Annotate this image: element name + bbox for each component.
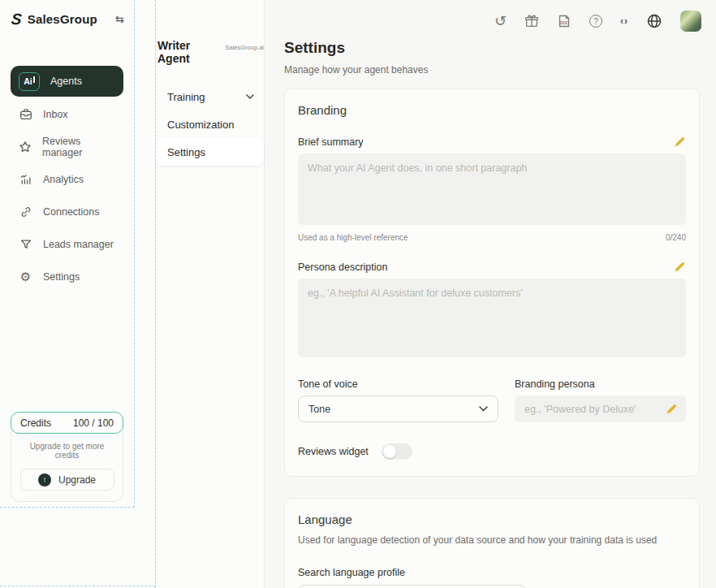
sidebar-header: S SalesGroup ⇆ bbox=[0, 0, 134, 27]
doc-icon[interactable]: DOC bbox=[557, 14, 572, 28]
sidebar-item-reviews-manager[interactable]: Reviews manager bbox=[11, 131, 123, 163]
edit-pencil-icon[interactable] bbox=[674, 261, 686, 273]
sidebar-item-label: Reviews manager bbox=[42, 136, 115, 158]
help-icon[interactable]: ? bbox=[589, 15, 602, 28]
agent-domain: SalesGroup.ai bbox=[225, 44, 264, 51]
ai-agent-icon: Ai bbox=[19, 72, 40, 91]
salesgroup-logo-icon: S bbox=[11, 11, 23, 27]
branding-persona-label: Branding persona bbox=[515, 378, 686, 390]
gear-icon: ⚙ bbox=[19, 270, 32, 284]
edit-pencil-icon[interactable] bbox=[666, 403, 678, 415]
brand-name: SalesGroup bbox=[28, 12, 97, 26]
upgrade-button[interactable]: ↑ Upgrade bbox=[20, 469, 114, 491]
credits-pill: Credits 100 / 100 bbox=[11, 412, 123, 434]
brief-summary-helper: Used as a high-level reference bbox=[298, 233, 408, 242]
user-avatar[interactable] bbox=[680, 11, 701, 32]
inbox-icon bbox=[19, 108, 32, 121]
branding-persona-input[interactable] bbox=[515, 396, 686, 422]
agent-tab-settings[interactable]: Settings bbox=[156, 138, 264, 166]
sidebar-item-label: Settings bbox=[43, 271, 80, 283]
brief-summary-input[interactable] bbox=[298, 153, 686, 225]
topbar: ↺ DOC ? ‹› bbox=[494, 11, 701, 32]
agent-title-row: Writer Agent SalesGroup.ai bbox=[156, 0, 264, 65]
sidebar-item-settings[interactable]: ⚙ Settings bbox=[11, 261, 123, 293]
agent-name: Writer Agent bbox=[157, 39, 222, 65]
tone-of-voice-select[interactable]: Tone bbox=[298, 396, 498, 422]
main-content: ↺ DOC ? ‹› bbox=[264, 0, 716, 588]
persona-description-input[interactable] bbox=[298, 279, 686, 357]
funnel-icon bbox=[19, 238, 32, 251]
brief-summary-counter: 0/240 bbox=[666, 233, 686, 242]
branding-card: Branding Brief summary Used as a high-le… bbox=[284, 89, 700, 477]
search-language-profile-select[interactable]: English, en bbox=[298, 585, 526, 588]
sidebar-item-agents[interactable]: Ai Agents bbox=[11, 66, 123, 97]
credits-label: Credits bbox=[20, 417, 51, 429]
primary-sidebar: S SalesGroup ⇆ Ai Agents Inbox bbox=[0, 0, 135, 508]
agent-nav-items: Training Customization Settings bbox=[156, 83, 264, 166]
edit-pencil-icon[interactable] bbox=[674, 136, 686, 148]
agent-tab-label: Settings bbox=[167, 146, 205, 158]
search-language-profile-label: Search language profile bbox=[298, 567, 405, 578]
agent-tab-label: Training bbox=[167, 91, 205, 103]
globe-icon[interactable] bbox=[646, 13, 662, 29]
chevron-down-icon bbox=[479, 406, 488, 412]
toggle-knob bbox=[383, 445, 396, 458]
brief-summary-label: Brief summary bbox=[298, 136, 364, 148]
sidebar-item-label: Agents bbox=[50, 76, 82, 87]
agent-subnav: Writer Agent SalesGroup.ai Training Cust… bbox=[156, 0, 264, 588]
sidebar-item-label: Connections bbox=[43, 206, 100, 218]
sidebar-item-leads-manager[interactable]: Leads manager bbox=[11, 228, 123, 261]
chevron-down-icon bbox=[246, 94, 254, 99]
upgrade-box: Upgrade to get more credits ↑ Upgrade bbox=[11, 423, 123, 502]
sidebar-nav: Ai Agents Inbox Reviews manager bbox=[0, 66, 134, 293]
sidebar-item-label: Analytics bbox=[43, 174, 84, 185]
upgrade-button-label: Upgrade bbox=[58, 474, 96, 486]
sidebar-item-connections[interactable]: Connections bbox=[11, 196, 123, 228]
svg-text:DOC: DOC bbox=[560, 21, 569, 25]
layout-guide-vertical bbox=[155, 0, 156, 588]
sidebar-item-label: Leads manager bbox=[43, 239, 114, 250]
code-icon[interactable]: ‹› bbox=[620, 15, 628, 27]
agent-tab-customization[interactable]: Customization bbox=[156, 110, 264, 138]
sidebar-item-label: Inbox bbox=[43, 109, 68, 120]
agent-tab-label: Customization bbox=[167, 119, 234, 131]
language-card-subtitle: Used for language detection of your data… bbox=[298, 534, 686, 546]
history-icon[interactable]: ↺ bbox=[494, 14, 507, 28]
credits-value: 100 / 100 bbox=[73, 417, 114, 429]
language-card-title: Language bbox=[298, 512, 686, 526]
arrow-up-icon: ↑ bbox=[38, 473, 51, 486]
star-icon bbox=[19, 141, 32, 153]
page-subtitle: Manage how your agent behaves bbox=[284, 64, 700, 76]
analytics-icon bbox=[19, 173, 32, 186]
sidebar-item-inbox[interactable]: Inbox bbox=[11, 98, 123, 131]
credits-section: Credits 100 / 100 Upgrade to get more cr… bbox=[11, 412, 123, 502]
collapse-sidebar-icon[interactable]: ⇆ bbox=[115, 14, 124, 24]
tone-of-voice-label: Tone of voice bbox=[298, 378, 498, 390]
link-icon bbox=[19, 205, 32, 218]
layout-guide-bottom bbox=[0, 586, 155, 586]
sidebar-item-analytics[interactable]: Analytics bbox=[11, 163, 123, 196]
language-card: Language Used for language detection of … bbox=[284, 498, 700, 588]
gift-icon[interactable] bbox=[524, 14, 539, 28]
reviews-widget-toggle[interactable] bbox=[382, 443, 412, 460]
text-caret-icon bbox=[33, 76, 35, 83]
branding-card-title: Branding bbox=[298, 103, 686, 117]
upgrade-helper-text: Upgrade to get more credits bbox=[19, 442, 114, 460]
persona-description-label: Persona description bbox=[298, 262, 387, 273]
tone-of-voice-value: Tone bbox=[308, 404, 330, 415]
agent-tab-training[interactable]: Training bbox=[156, 83, 264, 110]
reviews-widget-label: Reviews widget bbox=[298, 446, 369, 457]
